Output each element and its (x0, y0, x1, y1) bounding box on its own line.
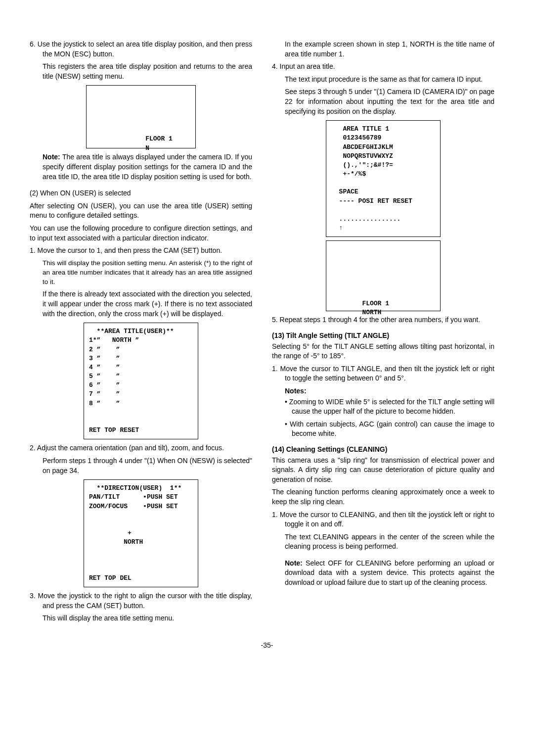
step3b: This will display the area title setting… (30, 614, 252, 623)
screen-floor1-north: FLOOR 1 NORTH (326, 240, 441, 311)
page-number: -35- (0, 641, 534, 649)
notes-label: Notes: (272, 386, 494, 396)
step2a: 2. Adjust the camera orientation (pan an… (30, 443, 252, 453)
step6b: This registers the area title display po… (30, 62, 252, 81)
note2: • With certain subjects, AGC (gain contr… (272, 420, 494, 439)
on-user-p1: After selecting ON (USER), you can use t… (30, 201, 252, 221)
step4b: The text input procedure is the same as … (272, 75, 494, 85)
p14a: This camera uses a "slip ring" for trans… (272, 456, 494, 485)
note14-label: Note: (285, 559, 303, 567)
note-text: The area title is always displayed under… (43, 153, 252, 180)
step3a: 3. Move the joystick to the right to ali… (30, 591, 252, 611)
note-label: Note: (43, 153, 60, 161)
right-top-a: In the example screen shown in step 1, N… (272, 40, 494, 59)
screen-floor1: FLOOR 1 N (86, 85, 196, 148)
screen-direction-user: **DIRECTION(USER) 1** PAN/TILT ▪PUSH SET… (84, 479, 198, 587)
on-user-p2: You can use the following procedure to c… (30, 224, 252, 243)
note1: • Zooming to WIDE while 5° is selected f… (272, 397, 494, 417)
step1c: If the there is already text associated … (30, 289, 252, 319)
step5: 5. Repeat steps 1 through 4 for the othe… (272, 315, 494, 325)
screen-area-title-1: AREA TITLE 1 0123456789 ABCDEFGHIJKLM NO… (326, 120, 441, 237)
note1-text: Zooming to WIDE while 5° is selected for… (289, 398, 494, 416)
step6a: 6. Use the joystick to select an area ti… (30, 40, 252, 59)
step2b: Perform steps 1 through 4 under "(1) Whe… (30, 456, 252, 475)
heading-tilt-angle: (13) Tilt Angle Setting (TILT ANGLE) (272, 331, 494, 341)
note2-text: With certain subjects, AGC (gain control… (290, 420, 494, 438)
p13a: Selecting 5° for the TILT ANGLE setting … (272, 342, 494, 361)
step1a: 1. Move the cursor to 1, and then press … (30, 246, 252, 256)
step4c: See steps 3 through 5 under "(1) Camera … (272, 87, 494, 116)
note-area-title: Note: The area title is always displayed… (30, 152, 252, 182)
note14: Note: Select OFF for CLEANING before per… (272, 559, 494, 588)
screen-area-title-user: **AREA TITLE(USER)** 1*” NORTH ” 2 ” ” 3… (84, 323, 198, 439)
step1b: This will display the position setting m… (30, 259, 252, 287)
p14d: The text CLEANING appears in the center … (272, 532, 494, 552)
p14c: 1. Move the cursor to CLEANING, and then… (272, 510, 494, 529)
step4a: 4. Input an area title. (272, 62, 494, 72)
on-user-heading: (2) When ON (USER) is selected (30, 189, 252, 198)
heading-cleaning: (14) Cleaning Settings (CLEANING) (272, 445, 494, 455)
p14b: The cleaning function performs cleaning … (272, 487, 494, 507)
note14-text: Select OFF for CLEANING before performin… (285, 559, 494, 586)
p13b: 1. Move the cursor to TILT ANGLE, and th… (272, 364, 494, 383)
